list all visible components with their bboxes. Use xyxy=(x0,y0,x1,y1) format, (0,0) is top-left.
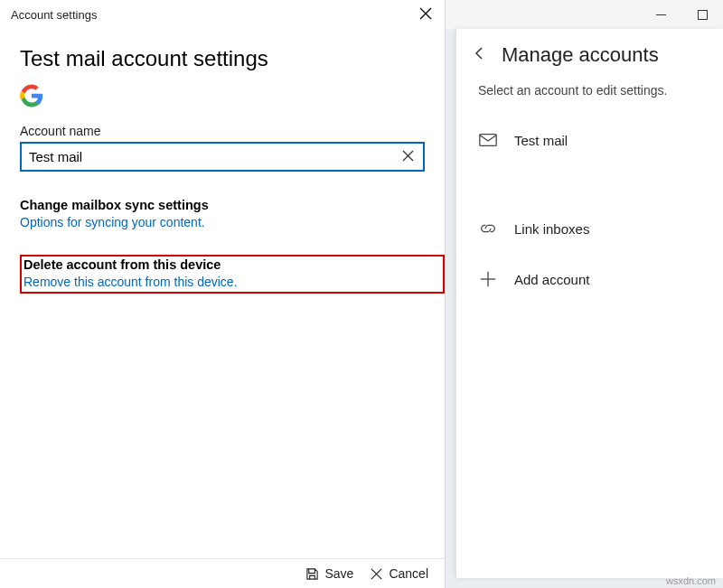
mail-icon xyxy=(478,130,498,150)
delete-account-highlight: Delete account from this device Remove t… xyxy=(20,255,445,294)
add-account-label: Add account xyxy=(514,272,589,287)
close-button[interactable] xyxy=(414,4,437,26)
window-titlebar xyxy=(428,0,723,29)
maximize-button[interactable] xyxy=(681,0,723,29)
account-name-input[interactable] xyxy=(20,142,425,172)
account-row-test-mail[interactable]: Test mail xyxy=(456,117,723,163)
change-sync-title: Change mailbox sync settings xyxy=(20,197,425,214)
cancel-icon xyxy=(370,567,383,581)
dialog-title: Test mail account settings xyxy=(0,30,445,84)
change-sync-settings[interactable]: Change mailbox sync settings Options for… xyxy=(0,197,445,255)
save-label: Save xyxy=(324,566,353,581)
delete-account-subtitle: Remove this account from this device. xyxy=(23,274,441,291)
svg-rect-1 xyxy=(698,10,707,19)
change-sync-subtitle: Options for syncing your content. xyxy=(20,214,425,231)
cancel-button[interactable]: Cancel xyxy=(370,566,428,581)
delete-account-from-device[interactable]: Delete account from this device Remove t… xyxy=(23,257,441,291)
delete-account-title: Delete account from this device xyxy=(23,257,441,274)
svg-rect-2 xyxy=(480,135,496,146)
add-account-button[interactable]: Add account xyxy=(456,257,723,302)
manage-accounts-panel: Manage accounts Select an account to edi… xyxy=(456,29,723,578)
dialog-header-text: Account settings xyxy=(11,8,97,22)
dialog-bottom-bar: Save Cancel xyxy=(0,558,445,588)
account-name-label: Account name xyxy=(0,124,445,142)
manage-accounts-title: Manage accounts xyxy=(502,43,659,67)
account-row-label: Test mail xyxy=(514,133,568,148)
link-icon xyxy=(478,219,498,238)
link-inboxes-button[interactable]: Link inboxes xyxy=(456,206,723,251)
link-inboxes-label: Link inboxes xyxy=(514,221,589,237)
save-button[interactable]: Save xyxy=(305,566,353,581)
back-button[interactable] xyxy=(469,44,491,67)
save-icon xyxy=(305,567,319,581)
watermark: wsxdn.com xyxy=(666,575,716,586)
clear-input-icon[interactable] xyxy=(397,147,419,167)
manage-accounts-subtitle: Select an account to edit settings. xyxy=(456,83,723,117)
account-settings-dialog: Account settings Test mail account setti… xyxy=(0,0,446,588)
plus-icon xyxy=(478,269,498,289)
cancel-label: Cancel xyxy=(389,566,428,581)
minimize-button[interactable] xyxy=(640,0,681,29)
google-logo-icon xyxy=(20,84,43,107)
